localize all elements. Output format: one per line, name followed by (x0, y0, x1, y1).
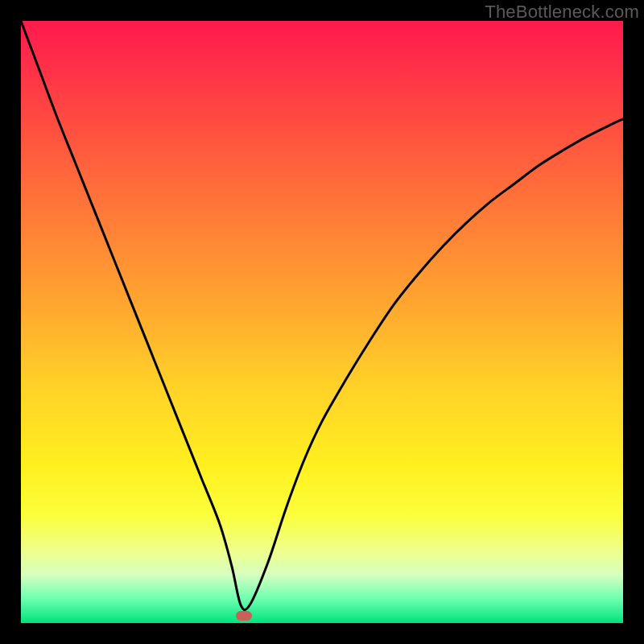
chart-curve-svg (21, 21, 623, 623)
bottleneck-curve-path (21, 21, 623, 610)
watermark-text: TheBottleneck.com (485, 2, 639, 23)
optimal-point-marker (236, 611, 252, 621)
chart-plot-area (21, 21, 623, 623)
